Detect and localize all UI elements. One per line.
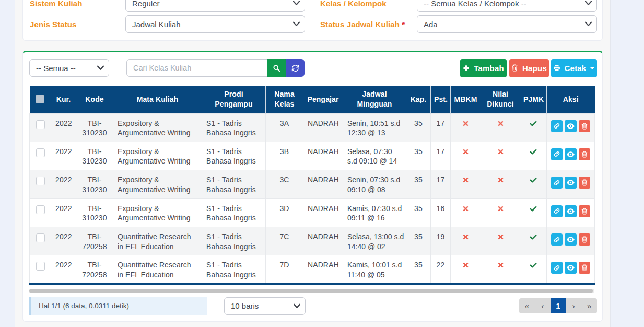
cell-pst: 22 — [431, 255, 451, 284]
cell-kode: TBI-310230 — [76, 198, 113, 227]
cell-pjmk — [520, 142, 547, 170]
view-action-button[interactable] — [565, 120, 576, 132]
view-action-button[interactable] — [565, 233, 576, 246]
column-filter-select[interactable]: -- Semua -- — [29, 59, 109, 77]
row-checkbox[interactable] — [36, 177, 45, 185]
mbkm-mark — [462, 148, 470, 156]
cell-jadwal: Senin, 10:51 s.d 12:30 @ 13 — [343, 113, 406, 142]
cell-mata-kuliah: Expository & Argumentative Writing — [113, 198, 202, 227]
x-mark-icon — [462, 205, 470, 213]
pagination-last-button[interactable]: » — [581, 298, 597, 313]
row-checkbox[interactable] — [36, 205, 45, 214]
link-action-button[interactable] — [551, 262, 563, 274]
delete-action-button[interactable] — [579, 120, 590, 132]
x-mark-icon — [462, 120, 470, 127]
cell-aksi — [547, 198, 595, 227]
row-checkbox[interactable] — [36, 233, 45, 242]
delete-action-button[interactable] — [579, 262, 590, 274]
row-checkbox[interactable] — [36, 120, 45, 129]
refresh-button[interactable] — [286, 59, 305, 77]
link-action-button[interactable] — [551, 148, 563, 160]
label-jenis-status: Jenis Status — [30, 20, 125, 29]
cell-nilai-dikunci — [481, 255, 520, 284]
delete-action-button[interactable] — [579, 177, 590, 189]
select-status-jadwal[interactable]: Ada — [417, 15, 597, 33]
delete-action-button[interactable] — [579, 233, 590, 246]
filter-row-1: Sistem Kuliah Reguler Kelas / Kelompok -… — [30, 0, 597, 12]
cell-kode: TBI-720258 — [76, 227, 113, 255]
nilai-dikunci-mark — [497, 261, 505, 270]
select-jenis-status-wrap: Jadwal Kuliah — [125, 15, 305, 33]
mbkm-mark — [462, 120, 470, 128]
col-mbkm: MBKM — [451, 86, 481, 113]
table-wrap: Kur. Kode Mata Kuliah Prodi Pengampu Nam… — [29, 86, 594, 285]
view-action-button[interactable] — [565, 148, 576, 160]
plus-icon — [463, 65, 470, 72]
row-actions — [551, 120, 590, 132]
column-filter-select-wrap: -- Semua -- — [29, 59, 109, 77]
cell-nama-kelas: 7D — [266, 255, 303, 284]
view-action-button[interactable] — [565, 177, 576, 189]
refresh-icon — [291, 64, 299, 72]
col-prodi-pengampu: Prodi Pengampu — [202, 86, 266, 113]
delete-button[interactable]: Hapus — [509, 59, 549, 77]
select-jenis-status[interactable]: Jadwal Kuliah — [125, 15, 305, 33]
view-action-button[interactable] — [565, 205, 576, 217]
x-mark-icon — [497, 205, 505, 213]
search-icon — [273, 64, 280, 72]
cell-kur: 2022 — [51, 255, 76, 284]
cell-pengajar: NADRAH — [303, 142, 343, 170]
pjmk-mark — [529, 261, 537, 270]
link-action-button[interactable] — [551, 233, 563, 246]
cell-mbkm — [451, 142, 481, 170]
horizontal-scrollbar-thumb[interactable] — [29, 289, 593, 293]
search-button[interactable] — [267, 59, 286, 77]
link-action-button[interactable] — [551, 205, 563, 217]
caret-down-icon — [590, 67, 595, 69]
row-checkbox[interactable] — [36, 148, 45, 157]
table-card: -- Semua -- Tambah — [22, 51, 603, 322]
eye-icon — [567, 151, 575, 158]
print-button[interactable]: Cetak — [551, 59, 597, 77]
search-input[interactable] — [126, 59, 267, 77]
pagination-next-button[interactable]: › — [566, 298, 581, 313]
page-size-select[interactable]: 10 baris — [224, 297, 306, 315]
table-row: 2022 TBI-310230 Expository & Argumentati… — [30, 198, 595, 227]
nilai-dikunci-mark — [497, 176, 505, 184]
pjmk-mark — [529, 120, 537, 128]
pagination-prev-button[interactable]: ‹ — [535, 298, 551, 313]
trash-icon — [581, 208, 588, 215]
cell-kap: 35 — [406, 198, 431, 227]
search-group — [126, 59, 305, 77]
delete-action-button[interactable] — [579, 148, 590, 160]
pagination-first-button[interactable]: « — [519, 298, 535, 313]
pagination-page-1-button[interactable]: 1 — [551, 298, 566, 313]
nilai-dikunci-mark — [497, 233, 505, 241]
check-mark-icon — [529, 261, 537, 269]
cell-pjmk — [520, 113, 547, 142]
cell-kur: 2022 — [51, 227, 76, 255]
cell-aksi — [547, 142, 595, 170]
cell-aksi — [547, 227, 595, 255]
select-kelas-kelompok[interactable]: -- Semua Kelas / Kelompok -- — [417, 0, 597, 12]
view-action-button[interactable] — [565, 262, 576, 274]
delete-action-button[interactable] — [579, 205, 590, 217]
link-icon — [553, 179, 560, 186]
check-mark-icon — [529, 176, 537, 184]
cell-jadwal: Senin, 07:30 s.d 09:10 @ 08 — [343, 170, 406, 198]
row-checkbox-cell — [30, 227, 51, 255]
eye-icon — [567, 264, 575, 271]
row-checkbox[interactable] — [36, 262, 45, 271]
select-sistem-kuliah[interactable]: Reguler — [125, 0, 305, 12]
col-pjmk: PJMK — [520, 86, 547, 113]
add-button[interactable]: Tambah — [460, 59, 507, 77]
cell-mbkm — [451, 170, 481, 198]
cell-prodi-pengampu: S1 - Tadris Bahasa Inggris — [202, 142, 266, 170]
link-action-button[interactable] — [551, 177, 563, 189]
x-mark-icon — [462, 176, 470, 184]
row-checkbox-cell — [30, 170, 51, 198]
eye-icon — [567, 208, 575, 215]
page: Sistem Kuliah Reguler Kelas / Kelompok -… — [0, 0, 644, 327]
link-action-button[interactable] — [551, 120, 563, 132]
select-all-checkbox[interactable] — [36, 95, 44, 103]
